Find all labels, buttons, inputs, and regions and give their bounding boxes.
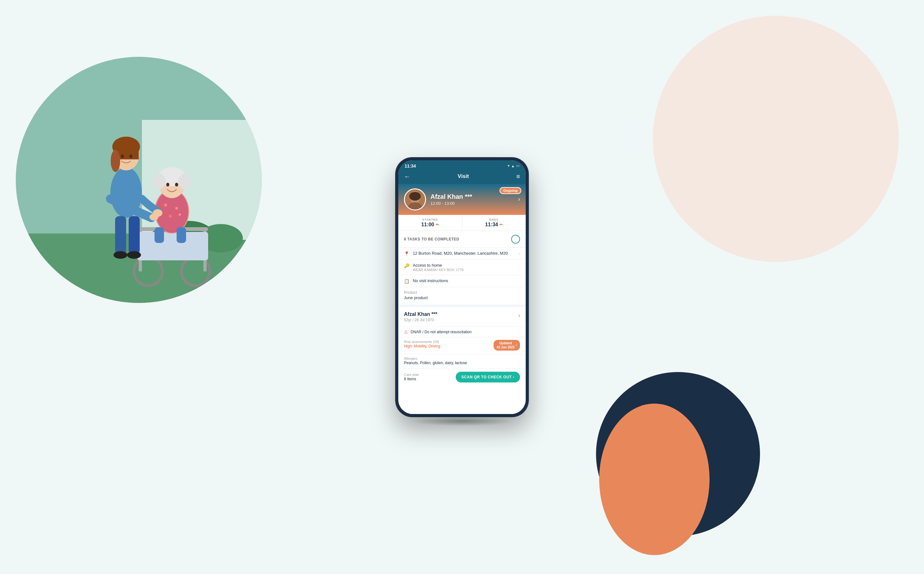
- location-icon: 📍: [404, 251, 409, 256]
- instructions-text: No visit instructions: [413, 278, 520, 283]
- hero-info: Afzal Khan *** 12:00 - 13:00: [431, 193, 514, 206]
- status-time: 11:34: [405, 164, 416, 169]
- hero-section: Afzal Khan *** 12:00 - 13:00 › Ongoing: [398, 184, 526, 215]
- started-edit-icon[interactable]: ✏: [436, 222, 439, 227]
- deco-circle-peach: [653, 16, 899, 262]
- allergies-label: Allergies: [404, 356, 520, 360]
- svg-point-42: [409, 192, 421, 200]
- risk-label: Risk assessments (19): [404, 340, 440, 344]
- instructions-row: 📋 No visit instructions: [398, 275, 526, 287]
- allergies-row: Allergies Peanuts, Pollen, gluten, dairy…: [398, 354, 526, 369]
- product-row: Product June product: [398, 287, 526, 307]
- risk-info: Risk assessments (19) High: Mobility, Dr…: [404, 340, 440, 348]
- content-area: 📍 12 Burton Road, M20, Manchester, Lanca…: [398, 248, 526, 414]
- time-section: STARTED 11:00 ✏ ENDS 11:34 ✏: [398, 215, 526, 231]
- care-plan-value: 8 items: [404, 377, 419, 381]
- started-label: STARTED: [403, 218, 457, 221]
- hero-visit-time: 12:00 - 13:00: [431, 201, 514, 206]
- phone-shadow: [412, 416, 512, 426]
- tasks-row: 6 TASKS TO BE COMPLETED: [398, 231, 526, 248]
- svg-point-32: [111, 150, 120, 172]
- notes-icon: 📋: [404, 279, 409, 284]
- access-detail: WEAR A MASK! KEY BOX: 1776: [413, 268, 520, 272]
- svg-point-22: [166, 183, 169, 186]
- svg-rect-35: [115, 216, 126, 254]
- svg-point-23: [175, 183, 178, 186]
- tasks-label: 6 TASKS TO BE COMPLETED: [404, 237, 459, 241]
- patient-card-name: Afzal Khan ***: [404, 311, 437, 317]
- svg-rect-36: [129, 216, 140, 254]
- phone-mockup: 11:34 ▾ ▲ ▭ ← Visit ≡: [396, 158, 528, 416]
- address-content: 12 Burton Road, M20, Manchester, Lancash…: [413, 251, 515, 255]
- alert-icon: ⚠: [404, 330, 408, 334]
- care-plan-info: Care plan 8 items: [404, 373, 419, 381]
- scan-qr-button[interactable]: SCAN QR TO CHECK OUT ›: [456, 372, 520, 382]
- product-value: June product: [404, 295, 520, 300]
- dnar-text: DNAR / Do not attempt resuscitation: [410, 330, 471, 334]
- access-title: Access to home: [413, 263, 520, 268]
- deco-circle-orange: [599, 404, 710, 555]
- phone-frame: 11:34 ▾ ▲ ▭ ← Visit ≡: [396, 158, 528, 416]
- svg-rect-25: [177, 227, 186, 243]
- address-text: 12 Burton Road, M20, Manchester, Lancash…: [413, 251, 515, 255]
- svg-point-20: [153, 173, 165, 189]
- ends-edit-icon[interactable]: ✏: [500, 222, 503, 227]
- dnar-alert-row: ⚠ DNAR / Do not attempt resuscitation: [398, 327, 526, 337]
- status-bar: 11:34 ▾ ▲ ▭: [398, 160, 526, 170]
- svg-point-16: [169, 214, 172, 218]
- product-label: Product: [404, 290, 520, 295]
- signal-icon: ▲: [511, 164, 515, 168]
- svg-point-38: [127, 251, 141, 259]
- access-content: Access to home WEAR A MASK! KEY BOX: 177…: [413, 263, 520, 272]
- background-photo: [16, 57, 262, 303]
- address-chevron: ›: [519, 251, 520, 256]
- updated-badge-chevron: ›: [516, 343, 517, 347]
- battery-icon: ▭: [516, 164, 519, 168]
- svg-point-28: [149, 214, 158, 221]
- nav-bar: ← Visit ≡: [398, 170, 526, 184]
- svg-point-14: [164, 203, 167, 207]
- address-row[interactable]: 📍 12 Burton Road, M20, Manchester, Lanca…: [398, 248, 526, 260]
- phone-screen: 11:34 ▾ ▲ ▭ ← Visit ≡: [398, 160, 526, 414]
- risk-value: High: Mobility, Driving: [404, 344, 440, 348]
- svg-point-15: [175, 207, 178, 210]
- svg-point-17: [179, 213, 181, 216]
- menu-icon[interactable]: ≡: [516, 173, 520, 180]
- started-block: STARTED 11:00 ✏: [398, 215, 462, 231]
- patient-avatar: [404, 188, 426, 210]
- patient-card-dob: 52yr / 28 Jul 1970: [404, 318, 437, 322]
- patient-card-info: Afzal Khan *** 52yr / 28 Jul 1970: [404, 311, 437, 322]
- access-row: 🔑 Access to home WEAR A MASK! KEY BOX: 1…: [398, 260, 526, 275]
- care-plan-row: Care plan 8 items SCAN QR TO CHECK OUT ›: [398, 369, 526, 386]
- updated-badge[interactable]: Updated 02 Jun 2023 ›: [493, 340, 520, 350]
- ends-block: ENDS 11:34 ✏: [462, 215, 526, 231]
- ongoing-badge: Ongoing: [500, 187, 521, 194]
- allergies-value: Peanuts, Pollen, gluten, dairy, lactose: [404, 361, 520, 365]
- svg-rect-11: [137, 232, 208, 260]
- care-plan-label: Care plan: [404, 373, 419, 377]
- svg-rect-24: [154, 227, 164, 243]
- tasks-circle-button[interactable]: [511, 235, 520, 244]
- hero-chevron-icon[interactable]: ›: [518, 196, 520, 203]
- svg-point-21: [178, 173, 191, 189]
- back-icon[interactable]: ←: [404, 173, 410, 180]
- started-value: 11:00 ✏: [403, 222, 457, 227]
- patient-card-chevron: ›: [519, 313, 520, 319]
- key-icon: 🔑: [404, 263, 409, 268]
- patient-card[interactable]: Afzal Khan *** 52yr / 28 Jul 1970 ›: [398, 307, 526, 327]
- updated-badge-content: Updated 02 Jun 2023: [497, 341, 515, 349]
- ends-value: 11:34 ✏: [467, 222, 522, 227]
- status-icons: ▾ ▲ ▭: [508, 164, 519, 168]
- svg-point-37: [113, 251, 127, 259]
- ends-label: ENDS: [467, 218, 522, 221]
- hero-patient-name: Afzal Khan ***: [431, 193, 514, 200]
- wifi-icon: ▾: [508, 164, 510, 168]
- risk-row: Risk assessments (19) High: Mobility, Dr…: [398, 337, 526, 354]
- nav-title: Visit: [457, 173, 469, 180]
- svg-point-33: [121, 154, 124, 158]
- svg-point-34: [129, 154, 132, 158]
- instructions-content: No visit instructions: [413, 278, 520, 283]
